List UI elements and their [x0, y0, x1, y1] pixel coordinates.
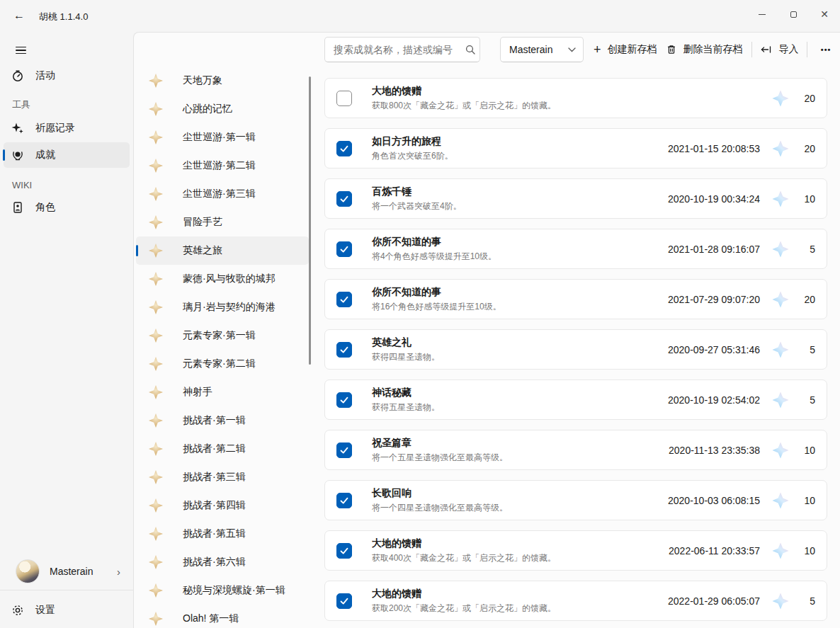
category-item[interactable]: Olah! 第一辑 — [136, 605, 309, 628]
back-button[interactable]: ← — [8, 6, 30, 25]
search-icon[interactable] — [465, 44, 476, 55]
category-emblem-icon — [149, 187, 163, 201]
category-item[interactable]: 挑战者·第二辑 — [136, 435, 309, 463]
achievement-row: 大地的馈赠获取400次「藏金之花」或「启示之花」的馈藏。 2022-06-11 … — [324, 530, 827, 571]
toolbar-separator — [807, 42, 807, 57]
maximize-button[interactable] — [778, 0, 809, 28]
achievement-title: 大地的馈赠 — [372, 588, 668, 600]
achievement-description: 获取800次「藏金之花」或「启示之花」的馈藏。 — [372, 100, 760, 112]
primogem-icon — [771, 190, 790, 208]
close-button[interactable]: ✕ — [809, 0, 840, 28]
achievement-checkbox[interactable] — [336, 292, 352, 307]
achievement-checkbox[interactable] — [336, 342, 352, 358]
achievement-checkbox[interactable] — [336, 543, 352, 559]
achievement-checkbox[interactable] — [336, 493, 352, 508]
achievement-reward-count: 20 — [797, 143, 815, 154]
category-item[interactable]: 挑战者·第三辑 — [136, 463, 309, 491]
achievement-description: 获取400次「藏金之花」或「启示之花」的馈藏。 — [372, 552, 669, 564]
category-item[interactable]: 蒙德·风与牧歌的城邦 — [136, 265, 309, 293]
sidebar-item-characters[interactable]: 角色 — [4, 195, 130, 220]
achievement-checkbox[interactable] — [336, 91, 352, 106]
category-item[interactable]: 尘世巡游·第三辑 — [136, 180, 309, 208]
category-list: 天地万象 心跳的记忆 尘世巡游·第一辑 尘世巡游·第二辑 尘世巡游·第三辑 冒险… — [136, 67, 309, 628]
achievement-title: 如日方升的旅程 — [372, 135, 668, 148]
create-archive-button[interactable]: + 创建新存档 — [589, 37, 662, 62]
achievement-row: 百炼千锤将一个武器突破至4阶。 2020-10-19 00:34:24 10 — [324, 178, 827, 219]
category-item[interactable]: 挑战者·第一辑 — [136, 406, 309, 435]
achievement-title: 长歌回响 — [372, 487, 668, 500]
achievement-date: 2020-10-03 06:08:15 — [668, 495, 760, 506]
category-item[interactable]: 璃月·岩与契约的海港 — [136, 293, 309, 321]
sidebar-group-wiki: WIKI — [0, 169, 133, 193]
achievement-checkbox[interactable] — [336, 392, 352, 408]
category-emblem-icon — [149, 527, 163, 541]
category-item[interactable]: 元素专家·第一辑 — [136, 321, 309, 350]
achievement-description: 角色首次突破至6阶。 — [372, 150, 668, 162]
achievement-description: 将一个四星圣遗物强化至最高等级。 — [372, 502, 668, 514]
category-item[interactable]: 元素专家·第二辑 — [136, 350, 309, 378]
archive-selector[interactable]: Masterain — [500, 37, 584, 62]
achievement-checkbox[interactable] — [336, 593, 352, 609]
achievement-title: 你所不知道的事 — [372, 236, 668, 249]
search-input[interactable] — [325, 44, 465, 55]
category-item[interactable]: 秘境与深境螺旋·第一辑 — [136, 576, 309, 605]
delete-archive-button[interactable]: 删除当前存档 — [662, 37, 747, 62]
achievement-row: 祝圣篇章将一个五星圣遗物强化至最高等级。 2020-11-13 23:35:38… — [324, 430, 827, 470]
category-item[interactable]: 尘世巡游·第一辑 — [136, 123, 309, 152]
create-archive-label: 创建新存档 — [608, 43, 657, 56]
achievement-description: 获取200次「藏金之花」或「启示之花」的馈藏。 — [372, 603, 668, 615]
category-emblem-icon — [149, 74, 163, 88]
achievement-row: 英雄之礼获得四星圣遗物。 2020-09-27 05:31:46 5 — [324, 329, 827, 370]
category-item[interactable]: 天地万象 — [136, 67, 309, 95]
category-item[interactable]: 冒险手艺 — [136, 208, 309, 236]
category-label: 挑战者·第三辑 — [183, 471, 246, 484]
category-label: 元素专家·第二辑 — [183, 358, 256, 370]
sidebar-item-wish-history[interactable]: 祈愿记录 — [4, 115, 130, 141]
category-item[interactable]: 尘世巡游·第二辑 — [136, 152, 309, 180]
achievement-checkbox[interactable] — [336, 241, 352, 257]
search-box — [324, 37, 480, 62]
category-item[interactable]: 挑战者·第四辑 — [136, 491, 309, 520]
achievement-checkbox[interactable] — [336, 191, 352, 207]
archive-selector-value: Masterain — [509, 44, 568, 55]
import-button[interactable]: 导入 — [756, 37, 802, 62]
achievement-date: 2022-01-29 06:05:07 — [668, 595, 760, 607]
category-item[interactable]: 英雄之旅 — [136, 236, 309, 265]
category-label: 挑战者·第四辑 — [183, 499, 246, 512]
category-emblem-icon — [149, 357, 163, 371]
sidebar-group-tools: 工具 — [0, 90, 133, 114]
nav-menu-button[interactable] — [10, 40, 31, 60]
category-emblem-icon — [149, 555, 163, 569]
achievement-checkbox[interactable] — [336, 443, 352, 458]
achievement-checkbox[interactable] — [336, 141, 352, 156]
achievement-laurel-icon — [11, 149, 24, 161]
close-icon: ✕ — [820, 8, 829, 20]
minimize-button[interactable] — [747, 0, 778, 28]
toolbar-actions: + 创建新存档 删除当前存档 导入 ••• — [589, 37, 840, 62]
category-label: 尘世巡游·第三辑 — [183, 188, 256, 200]
category-item[interactable]: 神射手 — [136, 378, 309, 406]
sidebar-item-achievements[interactable]: 成就 — [4, 142, 130, 168]
maximize-icon — [790, 11, 797, 18]
achievement-date: 2020-09-27 05:31:46 — [668, 344, 760, 355]
category-item[interactable]: 挑战者·第五辑 — [136, 520, 309, 548]
primogem-icon — [771, 441, 790, 459]
more-options-button[interactable]: ••• — [812, 37, 840, 62]
category-emblem-icon — [149, 442, 163, 456]
achievement-reward-count: 5 — [797, 394, 815, 406]
category-item[interactable]: 心跳的记忆 — [136, 95, 309, 123]
category-scrollbar[interactable] — [309, 76, 311, 365]
plus-icon: + — [594, 43, 601, 56]
category-emblem-icon — [149, 498, 163, 513]
category-item[interactable]: 挑战者·第六辑 — [136, 548, 309, 576]
primogem-icon — [771, 139, 790, 158]
user-profile-row[interactable]: Masterain › — [0, 554, 133, 588]
primogem-icon — [771, 290, 790, 309]
app-title: 胡桃 1.1.4.0 — [39, 11, 88, 23]
sidebar-item-settings[interactable]: 设置 — [4, 598, 130, 623]
sidebar-item-activity[interactable]: 活动 — [4, 63, 130, 89]
primogem-icon — [771, 391, 790, 409]
sidebar-item-label: 祈愿记录 — [35, 122, 75, 135]
category-label: 冒险手艺 — [183, 216, 222, 229]
achievement-reward-count: 5 — [797, 244, 815, 255]
